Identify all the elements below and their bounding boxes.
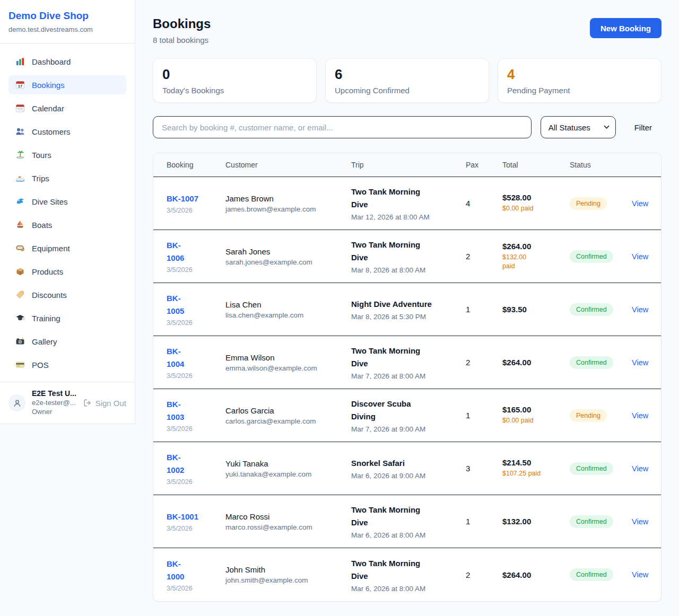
sidebar-item-bookings[interactable]: Bookings — [8, 75, 126, 94]
booking-id-link[interactable]: BK-1001 — [167, 511, 198, 523]
view-link[interactable]: View — [632, 464, 648, 473]
view-link[interactable]: View — [632, 517, 648, 526]
view-link[interactable]: View — [632, 358, 648, 367]
trip-name: Night Dive Adventure — [351, 298, 458, 311]
trip-name: Two Tank Morning Dive — [351, 345, 458, 370]
user-email: e2e-tester@... — [32, 399, 77, 408]
sidebar-item-trips[interactable]: Trips — [8, 169, 126, 188]
booking-id-link[interactable]: BK- 1003 — [167, 398, 184, 424]
new-booking-button[interactable]: New Booking — [590, 18, 661, 38]
sidebar-item-customers[interactable]: Customers — [8, 122, 126, 141]
trip-datetime: Mar 8, 2026 at 5:30 PM — [351, 313, 458, 321]
sidebar-item-boats[interactable]: Boats — [8, 215, 126, 234]
tours-icon — [15, 150, 25, 160]
table-row: BK-1001 3/5/2026 Marco Rossi marco.rossi… — [153, 495, 661, 548]
sidebar-item-discounts[interactable]: Discounts — [8, 285, 126, 304]
sidebar-item-dashboard[interactable]: Dashboard — [8, 52, 126, 71]
stat-card: 6 Upcoming Confirmed — [325, 58, 489, 103]
customer-name: Carlos Garcia — [225, 406, 344, 415]
sidebar-item-label: Dashboard — [32, 57, 71, 66]
col-header-total: Total — [502, 161, 570, 169]
total-amount: $264.00 — [502, 242, 562, 251]
filter-button[interactable]: Filter — [625, 119, 661, 136]
sidebar-item-pos[interactable]: POS — [8, 355, 126, 374]
paid-amount: $0.00 paid — [502, 204, 562, 214]
avatar — [8, 394, 25, 411]
sidebar-item-products[interactable]: Products — [8, 262, 126, 281]
stat-card: 0 Today's Bookings — [153, 58, 317, 103]
sidebar-item-label: Boats — [32, 221, 52, 230]
booking-id-link[interactable]: BK-1007 — [167, 192, 198, 205]
view-link[interactable]: View — [632, 570, 648, 579]
sign-out-button[interactable]: Sign Out — [83, 399, 126, 408]
booking-id-link[interactable]: BK- 1000 — [167, 558, 184, 583]
total-amount: $165.00 — [502, 405, 562, 414]
gallery-icon — [15, 337, 25, 346]
customer-email: sarah.jones@example.com — [225, 258, 344, 266]
customer-name: Lisa Chen — [225, 300, 344, 309]
customer-email: carlos.garcia@example.com — [225, 417, 344, 425]
view-link[interactable]: View — [632, 252, 648, 261]
status-badge: Pending — [570, 197, 607, 210]
view-link[interactable]: View — [632, 411, 648, 420]
stat-label: Pending Payment — [507, 86, 652, 95]
booking-id-link[interactable]: BK- 1006 — [167, 239, 184, 265]
shop-domain: demo.test.divestreams.com — [8, 25, 126, 33]
customer-name: John Smith — [225, 565, 344, 574]
col-header-status: Status — [570, 161, 632, 169]
sidebar-item-gallery[interactable]: Gallery — [8, 332, 126, 351]
trip-name: Two Tank Morning Dive — [351, 504, 458, 529]
table-row: BK- 1003 3/5/2026 Carlos Garcia carlos.g… — [153, 389, 661, 442]
bookings-table: Booking Customer Trip Pax Total Status B… — [153, 153, 661, 602]
customer-name: Yuki Tanaka — [225, 459, 344, 468]
col-header-booking: Booking — [167, 161, 225, 169]
sidebar-item-dive-sites[interactable]: Dive Sites — [8, 192, 126, 211]
sidebar-item-training[interactable]: Training — [8, 309, 126, 328]
sidebar-item-label: POS — [32, 360, 49, 369]
trip-datetime: Mar 6, 2026 at 8:00 AM — [351, 585, 458, 593]
logout-icon — [83, 399, 92, 407]
calendar-icon — [15, 103, 25, 113]
table-row: BK- 1004 3/5/2026 Emma Wilson emma.wilso… — [153, 336, 661, 389]
customer-name: Sarah Jones — [225, 247, 344, 256]
user-info: E2E Test U... e2e-tester@... Owner — [32, 389, 77, 417]
status-select-wrap: All Statuses — [541, 116, 616, 138]
sidebar-item-tours[interactable]: Tours — [8, 145, 126, 164]
stat-card: 4 Pending Payment — [498, 58, 661, 103]
search-input[interactable] — [153, 116, 532, 138]
discounts-icon — [15, 290, 25, 300]
pax-count: 3 — [466, 464, 502, 473]
sidebar-item-label: Calendar — [32, 104, 64, 113]
status-badge: Confirmed — [570, 515, 613, 528]
sidebar-item-label: Products — [32, 267, 63, 276]
pax-count: 1 — [466, 411, 502, 420]
sidebar-item-equipment[interactable]: Equipment — [8, 239, 126, 258]
booking-id-link[interactable]: BK- 1005 — [167, 292, 184, 318]
trip-datetime: Mar 8, 2026 at 8:00 AM — [351, 266, 458, 274]
sidebar-item-calendar[interactable]: Calendar — [8, 99, 126, 118]
booking-id-link[interactable]: BK- 1004 — [167, 345, 184, 371]
paid-amount: $132.00 paid — [502, 253, 562, 271]
stat-value: 6 — [335, 67, 480, 83]
training-icon — [15, 313, 25, 323]
sidebar-item-label: Customers — [32, 127, 71, 136]
table-row: BK- 1002 3/5/2026 Yuki Tanaka yuki.tanak… — [153, 442, 661, 495]
customer-email: lisa.chen@example.com — [225, 311, 344, 319]
pos-icon — [15, 360, 25, 369]
pax-count: 1 — [466, 517, 502, 526]
status-badge: Confirmed — [570, 250, 613, 263]
view-link[interactable]: View — [632, 305, 648, 314]
pax-count: 2 — [466, 358, 502, 367]
customer-email: james.brown@example.com — [225, 205, 344, 213]
col-header-customer: Customer — [225, 161, 351, 169]
status-select[interactable]: All Statuses — [541, 116, 616, 138]
dive-sites-icon — [15, 197, 25, 206]
view-link[interactable]: View — [632, 199, 648, 208]
booking-id-link[interactable]: BK- 1002 — [167, 451, 184, 477]
customers-icon — [15, 127, 25, 136]
total-amount: $93.50 — [502, 305, 562, 314]
booking-date: 3/5/2026 — [167, 207, 218, 214]
customer-email: yuki.tanaka@example.com — [225, 470, 344, 478]
sign-out-label: Sign Out — [95, 399, 126, 408]
booking-date: 3/5/2026 — [167, 585, 218, 592]
